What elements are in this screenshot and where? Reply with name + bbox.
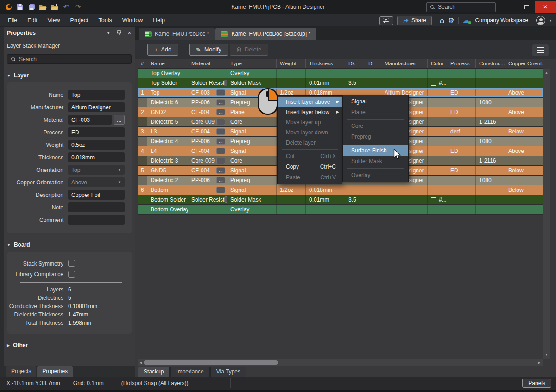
menu-item-insert-layer-below[interactable]: Insert layer below▶	[278, 107, 342, 117]
cell-type[interactable]: Solder Mask	[227, 195, 277, 204]
scroll-up-icon[interactable]: ▲	[543, 70, 550, 76]
cell-name[interactable]: Top	[147, 88, 188, 97]
material-browse-button[interactable]: …	[216, 148, 225, 154]
color-checkbox[interactable]	[431, 81, 436, 86]
cell-construction[interactable]	[476, 185, 505, 195]
cell-copper-orientation[interactable]	[505, 78, 543, 88]
column-header-3[interactable]: Type	[227, 59, 277, 68]
cell-construction[interactable]	[476, 78, 505, 88]
cell-dk[interactable]	[345, 205, 365, 214]
material-browse-button[interactable]: …	[216, 119, 225, 125]
cell-construction[interactable]	[476, 127, 505, 136]
panel-dropdown-icon[interactable]: ▼	[107, 31, 111, 35]
layer-section-header[interactable]: ▼ Layer	[4, 72, 135, 79]
modify-button[interactable]: ✎ Modify	[189, 44, 228, 56]
cell-name[interactable]: Bottom Solder	[147, 195, 188, 204]
cell-dk[interactable]: 3.5	[345, 78, 365, 88]
cell-material[interactable]: CF-003…	[188, 88, 227, 97]
vertical-scrollbar[interactable]: ▲ ▼	[543, 69, 550, 359]
cell-material[interactable]: Solder Resist…	[188, 78, 227, 88]
cell-copper-orientation[interactable]	[505, 98, 543, 107]
cell-color[interactable]	[428, 205, 447, 214]
cell-name[interactable]: Dielectric 4	[147, 137, 188, 146]
column-header-2[interactable]: Material	[188, 59, 227, 68]
cell-construction[interactable]	[476, 107, 505, 117]
material-browse-button[interactable]: …	[216, 99, 225, 106]
cell-material[interactable]: CF-004…	[188, 127, 227, 136]
cell-construction[interactable]: 1-2116	[476, 156, 505, 165]
material-browse-button[interactable]: …	[216, 187, 225, 193]
save-icon[interactable]	[16, 3, 24, 11]
cell-process[interactable]	[447, 205, 476, 214]
column-header-4[interactable]: Weight	[277, 59, 306, 68]
cell-process[interactable]: derf	[447, 127, 476, 136]
cell-name[interactable]: GND5	[147, 166, 188, 175]
cell-type[interactable]: Signal	[227, 127, 277, 136]
cell-copper-orientation[interactable]	[505, 117, 543, 126]
cell-name[interactable]: L3	[147, 127, 188, 136]
cell-color[interactable]	[428, 146, 447, 156]
cell-material[interactable]: Solder Resist…	[188, 195, 227, 204]
material-browse-button[interactable]: …	[216, 109, 225, 115]
cell-color[interactable]	[428, 185, 447, 195]
scroll-down-icon[interactable]: ▼	[543, 352, 550, 358]
settings-gear-icon[interactable]: ⚙	[448, 16, 454, 25]
scroll-right-icon[interactable]: ▶	[536, 361, 543, 365]
cell-type[interactable]: Overlay	[227, 205, 277, 214]
doc-tab[interactable]: Kame_FMU.PcbDoc *	[139, 28, 215, 40]
cell-copper-orientation[interactable]: Above	[505, 146, 543, 156]
table-row-bottom-solder[interactable]: Bottom SolderSolder Resist…Solder Mask0.…	[138, 195, 543, 205]
cell-construction[interactable]	[476, 146, 505, 156]
panels-button[interactable]: Panels	[522, 379, 551, 388]
material-browse-button[interactable]: …	[216, 138, 225, 145]
menu-item-move-layer-up[interactable]: Move layer up	[278, 117, 342, 127]
panel-tab-properties[interactable]: Properties	[37, 366, 73, 377]
cell-name[interactable]: Top Overlay	[147, 69, 188, 78]
cell-construction[interactable]	[476, 195, 505, 204]
delete-button[interactable]: Delete	[230, 44, 268, 56]
menu-help[interactable]: Help	[148, 14, 170, 27]
cell-process[interactable]	[447, 78, 476, 88]
cell-type[interactable]: Prepreg	[227, 137, 277, 146]
column-header-1[interactable]: Name	[147, 59, 188, 68]
menu-item-insert-layer-above[interactable]: Insert layer above▶	[278, 97, 342, 107]
doc-tab[interactable]: Kame_FMU.PcbDoc [Stackup] *	[215, 28, 316, 40]
column-header-0[interactable]: #	[138, 59, 147, 68]
material-browse-button[interactable]: …	[114, 115, 125, 125]
cell-material[interactable]: CF-004…	[188, 107, 227, 117]
cell-name[interactable]: Dielectric 6	[147, 98, 188, 107]
cell-material[interactable]: CF-004…	[188, 146, 227, 156]
cell-process[interactable]	[447, 69, 476, 78]
column-header-12[interactable]: Copper Orient...	[505, 59, 543, 68]
cell-construction[interactable]: 1080	[476, 176, 505, 185]
add-button[interactable]: + Add	[147, 44, 178, 56]
field-input-description[interactable]: Copper Foil	[68, 190, 125, 200]
cell-df[interactable]	[365, 78, 381, 88]
maximize-button[interactable]	[519, 1, 535, 13]
cell-material[interactable]: CF-004…	[188, 166, 227, 175]
material-browse-button[interactable]: …	[216, 89, 225, 96]
menu-project[interactable]: Project	[65, 14, 94, 27]
cell-color[interactable]	[428, 69, 447, 78]
cell-name[interactable]: Dielectric 3	[147, 156, 188, 165]
menu-item-overlay[interactable]: Overlay	[343, 170, 408, 181]
cell-copper-orientation[interactable]	[505, 137, 543, 146]
horizontal-scrollbar[interactable]: ◀ ▶	[138, 359, 543, 366]
open-file-icon[interactable]	[39, 3, 47, 11]
cell-weight[interactable]	[277, 69, 306, 78]
field-input-note[interactable]	[68, 202, 125, 212]
menu-item-paste[interactable]: PasteCtrl+V	[278, 172, 342, 183]
field-input-name[interactable]: Top	[68, 90, 125, 100]
cell-thickness[interactable]: 0.01mm	[306, 195, 345, 204]
cell-color[interactable]	[428, 117, 447, 126]
cell-color[interactable]	[428, 98, 447, 107]
cell-color[interactable]: #...	[428, 195, 447, 204]
redo-icon[interactable]: ↷	[74, 3, 82, 11]
panel-tab-projects[interactable]: Projects	[6, 366, 36, 377]
cell-process[interactable]	[447, 185, 476, 195]
cell-construction[interactable]: 1080	[476, 98, 505, 107]
cell-material[interactable]: PP-006…	[188, 98, 227, 107]
cell-name[interactable]: GND2	[147, 107, 188, 117]
menu-item-core[interactable]: Core	[343, 121, 408, 132]
checkbox[interactable]	[68, 260, 75, 267]
